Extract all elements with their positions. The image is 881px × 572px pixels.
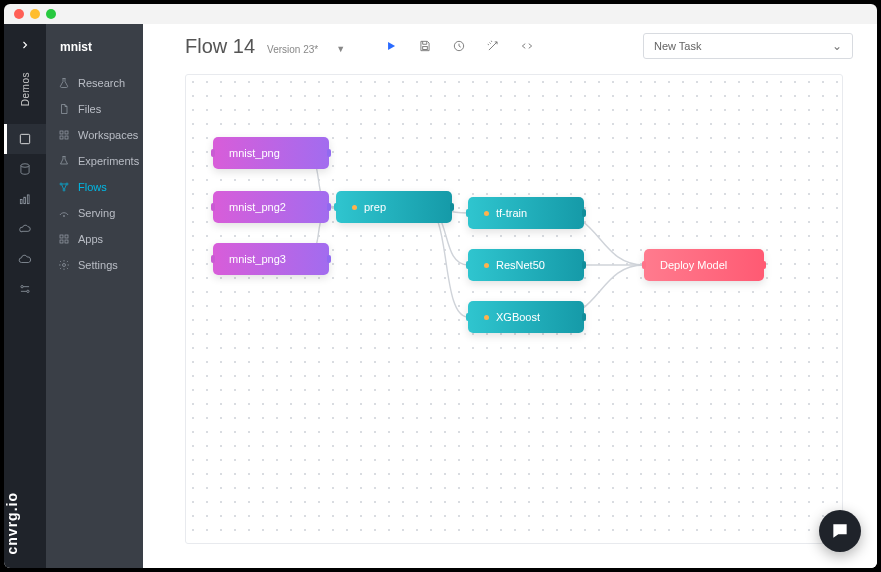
port-in[interactable] (642, 261, 646, 269)
svg-rect-18 (65, 240, 68, 243)
maximize-dot[interactable] (46, 9, 56, 19)
svg-point-19 (63, 264, 66, 267)
apps-icon (58, 233, 70, 245)
flow-node-n1[interactable]: mnist_png (213, 137, 329, 169)
project-name: mnist (46, 40, 143, 70)
port-in[interactable] (334, 203, 338, 211)
version-dropdown[interactable]: ▼ (336, 44, 345, 54)
run-icon[interactable] (379, 34, 403, 58)
status-dot (484, 315, 489, 320)
status-dot (484, 211, 489, 216)
node-label: prep (364, 201, 386, 213)
new-task-label: New Task (654, 40, 701, 52)
node-label: tf-train (496, 207, 527, 219)
node-label: ResNet50 (496, 259, 545, 271)
svg-point-12 (66, 183, 68, 185)
port-in[interactable] (211, 255, 215, 263)
rail-item-settings[interactable] (4, 274, 46, 304)
svg-point-13 (63, 189, 65, 191)
svg-rect-4 (27, 195, 29, 204)
sidebar-item-research[interactable]: Research (46, 70, 143, 96)
new-task-select[interactable]: New Task (643, 33, 853, 59)
close-dot[interactable] (14, 9, 24, 19)
node-label: XGBoost (496, 311, 540, 323)
sidebar-item-label: Files (78, 103, 101, 115)
flow-canvas[interactable]: mnist_pngmnist_png2mnist_png3preptf-trai… (185, 74, 843, 544)
grid-icon (58, 129, 70, 141)
rail-item-deploy[interactable] (4, 244, 46, 274)
sidebar-item-label: Experiments (78, 155, 139, 167)
project-sidebar: mnist ResearchFilesWorkspacesExperiments… (46, 24, 143, 568)
port-out[interactable] (327, 255, 331, 263)
rail-title: Demos (20, 72, 31, 106)
svg-point-1 (21, 164, 29, 168)
rail-item-home[interactable] (4, 124, 46, 154)
svg-point-14 (63, 215, 64, 216)
flow-node-n7[interactable]: XGBoost (468, 301, 584, 333)
sidebar-item-label: Apps (78, 233, 103, 245)
sidebar-item-label: Workspaces (78, 129, 138, 141)
port-in[interactable] (466, 209, 470, 217)
port-out[interactable] (582, 209, 586, 217)
collapse-icon[interactable] (19, 38, 31, 54)
port-in[interactable] (466, 313, 470, 321)
svg-point-5 (21, 286, 23, 288)
code-icon[interactable] (515, 34, 539, 58)
svg-rect-8 (65, 131, 68, 134)
brand-logo: cnvrg.io (4, 492, 46, 554)
svg-rect-9 (60, 136, 63, 139)
flow-node-n6[interactable]: ResNet50 (468, 249, 584, 281)
node-label: mnist_png3 (229, 253, 286, 265)
svg-point-11 (60, 183, 62, 185)
port-out[interactable] (327, 149, 331, 157)
svg-rect-7 (60, 131, 63, 134)
flow-version: Version 23* (267, 44, 318, 55)
svg-rect-0 (20, 135, 29, 144)
flow-node-n5[interactable]: tf-train (468, 197, 584, 229)
flow-node-n3[interactable]: mnist_png3 (213, 243, 329, 275)
node-label: mnist_png (229, 147, 280, 159)
rail-item-db[interactable] (4, 154, 46, 184)
flow-node-n8[interactable]: Deploy Model (644, 249, 764, 281)
svg-rect-2 (20, 200, 22, 204)
nav-rail: Demos cnvrg.io (4, 24, 46, 568)
sidebar-item-workspaces[interactable]: Workspaces (46, 122, 143, 148)
sidebar-item-flows[interactable]: Flows (46, 174, 143, 200)
sidebar-item-settings[interactable]: Settings (46, 252, 143, 278)
flow-node-n4[interactable]: prep (336, 191, 452, 223)
port-out[interactable] (327, 203, 331, 211)
port-in[interactable] (211, 149, 215, 157)
svg-rect-10 (65, 136, 68, 139)
port-in[interactable] (211, 203, 215, 211)
svg-rect-15 (60, 235, 63, 238)
node-label: mnist_png2 (229, 201, 286, 213)
sidebar-item-files[interactable]: Files (46, 96, 143, 122)
chat-icon[interactable] (819, 510, 861, 552)
beaker-icon (58, 77, 70, 89)
node-label: Deploy Model (660, 259, 727, 271)
sidebar-item-serving[interactable]: Serving (46, 200, 143, 226)
sidebar-item-apps[interactable]: Apps (46, 226, 143, 252)
port-in[interactable] (466, 261, 470, 269)
port-out[interactable] (450, 203, 454, 211)
file-icon (58, 103, 70, 115)
history-icon[interactable] (447, 34, 471, 58)
svg-rect-16 (65, 235, 68, 238)
flow-topbar: Flow 14 Version 23* ▼ (143, 24, 877, 68)
sidebar-item-experiments[interactable]: Experiments (46, 148, 143, 174)
svg-point-6 (27, 290, 29, 292)
save-icon[interactable] (413, 34, 437, 58)
sidebar-item-label: Settings (78, 259, 118, 271)
port-out[interactable] (582, 261, 586, 269)
status-dot (484, 263, 489, 268)
minimize-dot[interactable] (30, 9, 40, 19)
port-out[interactable] (762, 261, 766, 269)
sidebar-item-label: Flows (78, 181, 107, 193)
rail-item-chart[interactable] (4, 184, 46, 214)
rail-item-cloud[interactable] (4, 214, 46, 244)
flow-node-n2[interactable]: mnist_png2 (213, 191, 329, 223)
sidebar-item-label: Serving (78, 207, 115, 219)
magic-icon[interactable] (481, 34, 505, 58)
svg-rect-17 (60, 240, 63, 243)
port-out[interactable] (582, 313, 586, 321)
